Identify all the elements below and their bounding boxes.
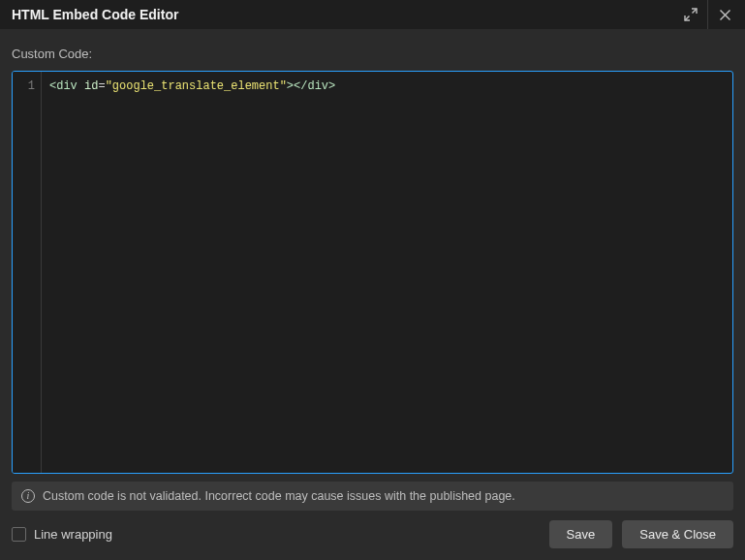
close-button[interactable]: [710, 0, 739, 29]
code-token: id: [84, 79, 98, 93]
code-token: [78, 79, 84, 93]
custom-code-label: Custom Code:: [12, 47, 733, 61]
code-token: div: [307, 79, 328, 93]
content: Custom Code: 1 <div id="google_translate…: [0, 29, 745, 560]
validation-notice: i Custom code is not validated. Incorrec…: [12, 482, 733, 511]
notice-text: Custom code is not validated. Incorrect …: [43, 489, 515, 503]
save-close-button[interactable]: Save & Close: [622, 520, 733, 548]
save-button[interactable]: Save: [549, 520, 613, 548]
footer: Line wrapping Save Save & Close: [12, 520, 733, 548]
expand-icon: [684, 8, 698, 21]
code-token: </: [294, 79, 307, 93]
code-editor[interactable]: 1 <div id="google_translate_element"></d…: [12, 71, 733, 474]
line-number-gutter: 1: [13, 72, 42, 473]
code-area[interactable]: <div id="google_translate_element"></div…: [42, 72, 732, 473]
code-token: =: [98, 79, 105, 93]
line-wrapping-toggle[interactable]: Line wrapping: [12, 527, 112, 542]
line-wrapping-label: Line wrapping: [34, 527, 112, 542]
titlebar-divider: [707, 0, 708, 29]
modal-title: HTML Embed Code Editor: [12, 7, 676, 22]
line-number: 1: [13, 78, 35, 95]
code-token: >: [287, 79, 294, 93]
code-token: div: [56, 79, 78, 93]
info-icon: i: [21, 489, 35, 503]
expand-button[interactable]: [676, 0, 705, 29]
code-token: >: [328, 79, 335, 93]
close-icon: [719, 9, 731, 21]
titlebar: HTML Embed Code Editor: [0, 0, 745, 29]
checkbox-icon: [12, 527, 26, 542]
code-token: "google_translate_element": [106, 79, 287, 93]
